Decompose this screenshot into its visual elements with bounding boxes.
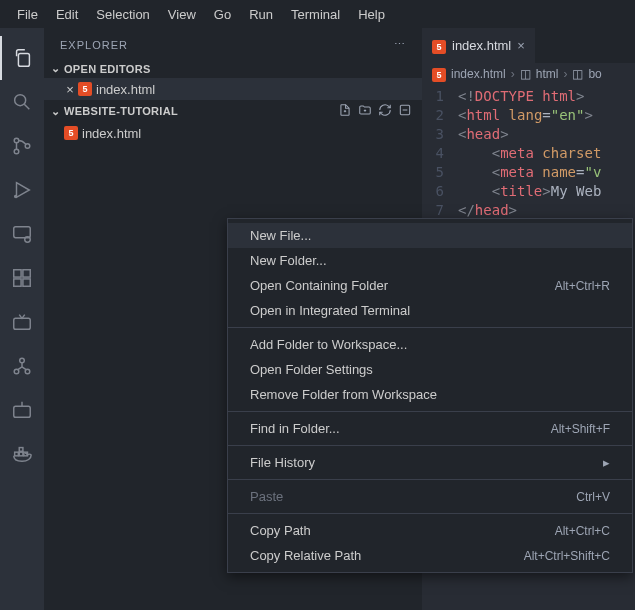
docker-icon[interactable] xyxy=(0,432,44,476)
menu-item: PasteCtrl+V xyxy=(228,484,632,509)
svg-marker-5 xyxy=(17,183,30,198)
breadcrumbs[interactable]: 5 index.html › ◫ html › ◫ bo xyxy=(422,63,635,85)
context-menu: New File...New Folder...Open Containing … xyxy=(227,218,633,573)
menubar-item-help[interactable]: Help xyxy=(349,5,394,24)
git-graph-icon[interactable] xyxy=(0,344,44,388)
menu-shortcut: Ctrl+V xyxy=(576,490,610,504)
line-gutter: 1234567 xyxy=(422,87,458,220)
menu-separator xyxy=(228,327,632,328)
open-editor-item[interactable]: × 5 index.html xyxy=(44,78,422,100)
menubar-item-terminal[interactable]: Terminal xyxy=(282,5,349,24)
close-icon[interactable]: × xyxy=(62,82,78,97)
menu-item-label: Add Folder to Workspace... xyxy=(250,337,407,352)
collapse-icon[interactable] xyxy=(398,103,412,119)
svg-rect-21 xyxy=(19,448,23,452)
svg-rect-7 xyxy=(14,227,31,238)
svg-point-4 xyxy=(25,144,30,149)
refresh-icon[interactable] xyxy=(378,103,392,119)
menu-separator xyxy=(228,411,632,412)
code-editor[interactable]: 1234567 <!DOCTYPE html><html lang="en"><… xyxy=(422,85,635,220)
svg-point-3 xyxy=(14,149,19,154)
html-file-icon: 5 xyxy=(64,126,82,140)
chevron-right-icon: › xyxy=(563,67,567,81)
menu-item[interactable]: Copy Relative PathAlt+Ctrl+Shift+C xyxy=(228,543,632,568)
menu-item[interactable]: Open in Integrated Terminal xyxy=(228,298,632,323)
file-name: index.html xyxy=(82,126,141,141)
svg-rect-12 xyxy=(23,270,30,277)
svg-point-2 xyxy=(14,138,19,143)
menu-item-label: New File... xyxy=(250,228,311,243)
chevron-right-icon: › xyxy=(511,67,515,81)
new-folder-icon[interactable] xyxy=(358,103,372,119)
menu-item-label: Paste xyxy=(250,489,283,504)
svg-point-14 xyxy=(20,358,25,363)
explorer-label: EXPLORER xyxy=(60,39,128,51)
menu-shortcut: Alt+Shift+F xyxy=(551,422,610,436)
menu-separator xyxy=(228,479,632,480)
menu-item[interactable]: Copy PathAlt+Ctrl+C xyxy=(228,518,632,543)
new-file-icon[interactable] xyxy=(338,103,352,119)
tab-label: index.html xyxy=(452,38,511,53)
html-file-icon: 5 xyxy=(432,67,446,82)
menu-item-label: Copy Path xyxy=(250,523,311,538)
menu-item-label: Open in Integrated Terminal xyxy=(250,303,410,318)
symbol-icon: ◫ xyxy=(572,67,583,81)
menu-item[interactable]: Open Folder Settings xyxy=(228,357,632,382)
folder-label: WEBSITE-TUTORIAL xyxy=(64,105,338,117)
menu-item[interactable]: Remove Folder from Workspace xyxy=(228,382,632,407)
submenu-arrow-icon: ▸ xyxy=(603,455,610,470)
menu-item[interactable]: Open Containing FolderAlt+Ctrl+R xyxy=(228,273,632,298)
explorer-icon[interactable] xyxy=(0,36,44,80)
menu-item-label: File History xyxy=(250,455,315,470)
menubar-item-file[interactable]: File xyxy=(8,5,47,24)
menubar-item-run[interactable]: Run xyxy=(240,5,282,24)
file-name: index.html xyxy=(96,82,155,97)
html-file-icon: 5 xyxy=(432,38,446,54)
source-control-icon[interactable] xyxy=(0,124,44,168)
svg-rect-13 xyxy=(14,318,31,329)
symbol-icon: ◫ xyxy=(520,67,531,81)
menu-item[interactable]: File History▸ xyxy=(228,450,632,475)
folder-header[interactable]: ⌄ WEBSITE-TUTORIAL xyxy=(44,100,422,122)
tree-file-item[interactable]: 5 index.html xyxy=(44,122,422,144)
svg-rect-18 xyxy=(15,452,19,456)
menu-item-label: Copy Relative Path xyxy=(250,548,361,563)
menu-separator xyxy=(228,445,632,446)
breadcrumb-file: index.html xyxy=(451,67,506,81)
menu-item-label: Open Containing Folder xyxy=(250,278,388,293)
open-editors-header[interactable]: ⌄ OPEN EDITORS xyxy=(44,59,422,78)
svg-rect-19 xyxy=(19,452,23,456)
menubar: FileEditSelectionViewGoRunTerminalHelp xyxy=(0,0,635,28)
menubar-item-selection[interactable]: Selection xyxy=(87,5,158,24)
menu-item[interactable]: New Folder... xyxy=(228,248,632,273)
menubar-item-go[interactable]: Go xyxy=(205,5,240,24)
extensions-icon[interactable] xyxy=(0,256,44,300)
menubar-item-edit[interactable]: Edit xyxy=(47,5,87,24)
remote-explorer-icon[interactable] xyxy=(0,212,44,256)
bookmarks-icon[interactable] xyxy=(0,388,44,432)
close-icon[interactable]: × xyxy=(517,38,525,53)
menu-item-label: New Folder... xyxy=(250,253,327,268)
run-debug-icon[interactable] xyxy=(0,168,44,212)
sidebar-more-icon[interactable]: ⋯ xyxy=(394,38,406,51)
svg-line-1 xyxy=(24,104,29,109)
tab-index-html[interactable]: 5 index.html × xyxy=(422,28,535,63)
breadcrumb-seg: html xyxy=(536,67,559,81)
html-file-icon: 5 xyxy=(78,82,96,96)
svg-point-0 xyxy=(15,95,26,106)
menu-item[interactable]: Add Folder to Workspace... xyxy=(228,332,632,357)
menu-item[interactable]: Find in Folder...Alt+Shift+F xyxy=(228,416,632,441)
svg-rect-9 xyxy=(14,270,21,277)
plant-icon[interactable] xyxy=(0,300,44,344)
open-editors-label: OPEN EDITORS xyxy=(64,63,418,75)
menu-shortcut: Alt+Ctrl+R xyxy=(555,279,610,293)
svg-rect-10 xyxy=(14,279,21,286)
sidebar-title: EXPLORER ⋯ xyxy=(44,28,422,59)
menu-separator xyxy=(228,513,632,514)
menu-item[interactable]: New File... xyxy=(228,223,632,248)
code-lines: <!DOCTYPE html><html lang="en"><head> <m… xyxy=(458,87,635,220)
search-icon[interactable] xyxy=(0,80,44,124)
chevron-down-icon: ⌄ xyxy=(48,62,64,75)
menubar-item-view[interactable]: View xyxy=(159,5,205,24)
chevron-down-icon: ⌄ xyxy=(48,105,64,118)
